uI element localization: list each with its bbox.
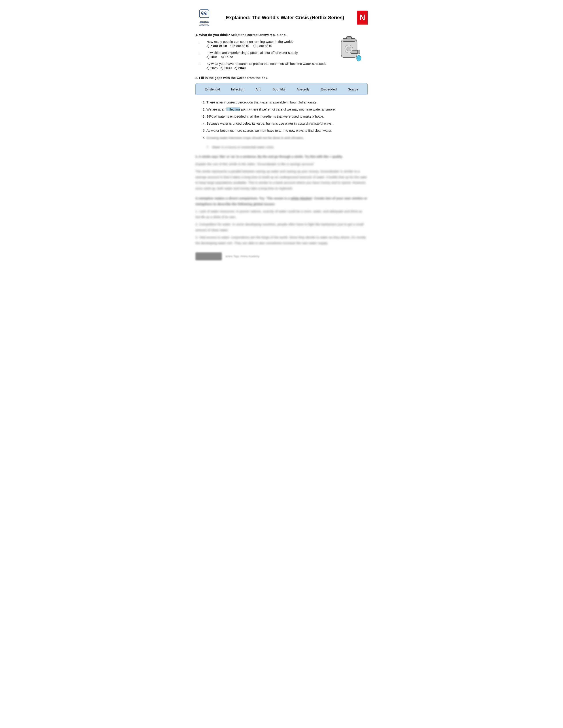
fill-list: There is an incorrect perception that wa… bbox=[195, 100, 368, 141]
fill-item-5: As water becomes more scarce, we may hav… bbox=[206, 128, 368, 133]
answer-scarce: scarce bbox=[243, 129, 253, 132]
fill-item-3: 98% of water is embedded in all the ingr… bbox=[206, 114, 368, 119]
section3-heading: 3. A simile says 'like' or 'as' to a sen… bbox=[195, 154, 368, 159]
svg-point-14 bbox=[205, 13, 206, 14]
word-existential: Existential bbox=[203, 87, 221, 92]
svg-rect-9 bbox=[199, 10, 209, 18]
section4-blurred: A metaphor makes a direct comparison. Tr… bbox=[195, 195, 368, 246]
section4-item3: 3. Vital access to water: corporations a… bbox=[195, 235, 368, 246]
fill-item-1: There is an incorrect perception that wa… bbox=[206, 100, 368, 105]
svg-point-8 bbox=[347, 47, 351, 51]
svg-rect-4 bbox=[347, 37, 352, 39]
word-arid: Arid bbox=[254, 87, 263, 92]
word-inflection: Inflection bbox=[229, 87, 246, 92]
q3-num: III. bbox=[197, 62, 206, 66]
answer-absurdly: absurdly bbox=[298, 122, 310, 125]
footer-bar: amino Tags: Amino Academy bbox=[195, 252, 368, 260]
word-absurdly: Absurdly bbox=[295, 87, 311, 92]
page-header: amino academy Explained: The World's Wat… bbox=[195, 9, 368, 26]
footer-logo bbox=[195, 252, 222, 260]
answer-bountiful: bountiful bbox=[290, 100, 303, 104]
logo-area: amino academy bbox=[195, 9, 213, 26]
answer-inflection: inflection bbox=[226, 107, 240, 111]
section4-heading: A metaphor makes a direct comparison. Tr… bbox=[195, 195, 368, 207]
netflix-logo: N bbox=[357, 11, 368, 25]
faucet-illustration bbox=[335, 35, 363, 67]
section2-heading: 2. Fill in the gaps with the words from … bbox=[195, 76, 368, 80]
logo-text-academy: academy bbox=[199, 24, 209, 26]
svg-point-13 bbox=[202, 13, 203, 14]
section4-item1: 1. Lack of water resources: In poorer na… bbox=[195, 208, 368, 220]
svg-rect-3 bbox=[358, 50, 360, 54]
answer-embedded: embedded bbox=[230, 114, 246, 118]
title-area: Explained: The World's Water Crisis (Net… bbox=[213, 15, 357, 21]
fill-item-6: Growing water-intensive crops should not… bbox=[206, 135, 368, 141]
fill-item-4: Because water is priced below its value,… bbox=[206, 121, 368, 126]
fill-item-7-container: 7. Water is a luxury or existential wate… bbox=[195, 144, 368, 150]
fill-item-2: We are at an inflection point where if w… bbox=[206, 107, 368, 112]
footer-text: amino Tags: Amino Academy bbox=[225, 255, 259, 258]
section4-item2: 2. Competition for water: In some develo… bbox=[195, 221, 368, 233]
section2: 2. Fill in the gaps with the words from … bbox=[195, 76, 368, 150]
section3-body: The simile represents a parallel between… bbox=[195, 169, 368, 191]
word-box: Existential Inflection Arid Bountiful Ab… bbox=[195, 83, 368, 95]
section3-blurred: 3. A simile says 'like' or 'as' to a sen… bbox=[195, 154, 368, 191]
logo-text-amino: amino bbox=[199, 20, 209, 24]
amino-logo-icon bbox=[198, 9, 210, 20]
fill-item-7-blurred: 7. Water is a luxury or existential wate… bbox=[206, 144, 368, 150]
q2-num: II. bbox=[197, 51, 206, 54]
word-bountiful: Bountiful bbox=[271, 87, 287, 92]
q1-num: I. bbox=[197, 40, 206, 43]
section3-explain: Explain the use of this simile in the vi… bbox=[195, 161, 368, 167]
page-title: Explained: The World's Water Crisis (Net… bbox=[213, 15, 357, 21]
word-embedded: Embedded bbox=[319, 87, 339, 92]
word-scarce: Scarce bbox=[346, 87, 360, 92]
